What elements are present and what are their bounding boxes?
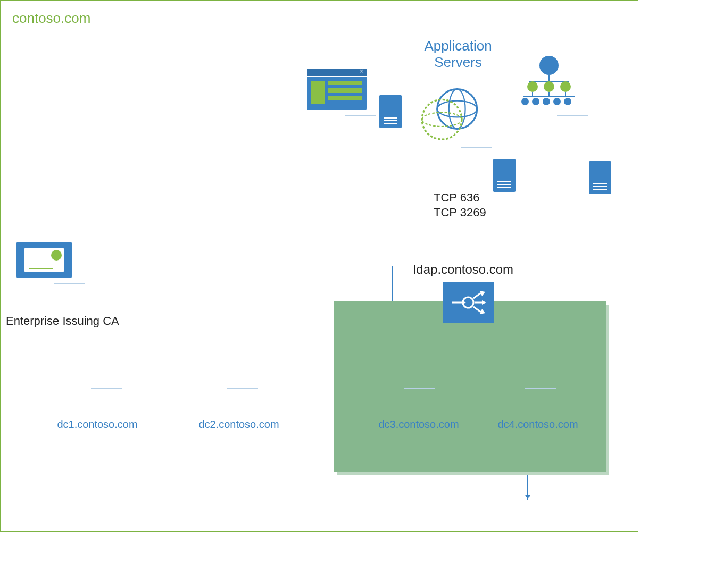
svg-marker-26 bbox=[482, 300, 486, 305]
svg-marker-22 bbox=[462, 300, 466, 305]
connector-line bbox=[404, 388, 435, 389]
app-servers-label: Application Servers bbox=[410, 38, 506, 71]
svg-point-18 bbox=[553, 98, 561, 105]
load-balancer-icon bbox=[443, 282, 494, 323]
svg-line-27 bbox=[473, 307, 481, 312]
connector-line bbox=[557, 115, 588, 116]
connector-line bbox=[525, 388, 556, 389]
connector-line bbox=[461, 147, 492, 148]
dc1-label: dc1.contoso.com bbox=[49, 418, 145, 431]
connector-line bbox=[54, 283, 85, 284]
svg-point-9 bbox=[544, 81, 554, 92]
globe-icon bbox=[421, 86, 479, 146]
app-server-1-icon bbox=[307, 69, 367, 110]
port-label-2: TCP 3269 bbox=[434, 206, 486, 220]
svg-point-16 bbox=[532, 98, 539, 105]
svg-point-15 bbox=[521, 98, 529, 105]
server-icon bbox=[589, 161, 611, 194]
svg-line-23 bbox=[473, 293, 481, 298]
svg-point-10 bbox=[560, 81, 571, 92]
port-label-1: TCP 636 bbox=[434, 191, 479, 205]
svg-point-2 bbox=[449, 89, 465, 129]
connector-line bbox=[345, 115, 376, 116]
svg-point-3 bbox=[422, 99, 462, 139]
svg-point-8 bbox=[527, 81, 538, 92]
connector-line bbox=[91, 388, 122, 389]
svg-point-17 bbox=[543, 98, 550, 105]
svg-point-19 bbox=[564, 98, 571, 105]
hierarchy-icon bbox=[520, 56, 578, 111]
server-icon bbox=[493, 159, 516, 192]
svg-point-0 bbox=[437, 89, 477, 129]
domain-title: contoso.com bbox=[12, 10, 90, 27]
connector-line bbox=[227, 388, 258, 389]
certificate-icon bbox=[16, 242, 72, 278]
dc2-label: dc2.contoso.com bbox=[191, 418, 287, 431]
svg-point-5 bbox=[539, 56, 559, 75]
browser-window-icon bbox=[307, 69, 367, 110]
ca-label: Enterprise Issuing CA bbox=[6, 314, 119, 328]
dc-cluster-box bbox=[334, 301, 606, 472]
ldap-host-label: ldap.contoso.com bbox=[413, 262, 513, 277]
dc3-label: dc3.contoso.com bbox=[371, 418, 467, 431]
server-icon bbox=[379, 95, 402, 128]
dc4-label: dc4.contoso.com bbox=[490, 418, 586, 431]
